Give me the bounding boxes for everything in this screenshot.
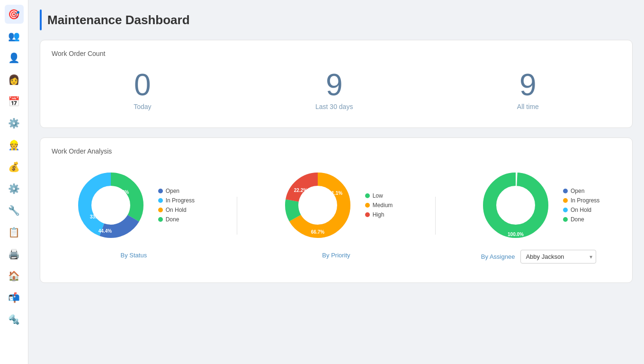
page-header: Maintenance Dashboard [40,9,633,30]
status-chart-and-legend: 22.2% 33.3% 44.4% Open In Progress [73,167,195,243]
sidebar-item-building[interactable]: 🏠 [5,266,24,285]
assignee-selector-row: By Assignee Abby Jackson [481,250,597,264]
assignee-donut-chart: 100.0% [478,167,554,243]
legend-dot-high [365,212,370,217]
legend-label-low: Low [373,192,383,199]
legend-label-inprogress: In Progress [166,197,195,204]
sidebar-item-team3[interactable]: 👩 [5,70,24,89]
assignee-select[interactable]: Abby Jackson [520,250,596,264]
legend-dot-assignee-open [563,189,568,193]
calendar-icon: 📅 [8,96,20,107]
sidebar-item-worker[interactable]: 👷 [5,136,24,155]
sidebar-item-reports[interactable]: 📋 [5,223,24,242]
count-last30-label: Last 30 days [315,103,353,110]
priority-chart-and-legend: 66.7% 11.1% 22.2% Low Medium [280,167,393,243]
status-legend: Open In Progress On Hold Done [158,188,195,223]
legend-item-onhold: On Hold [158,207,195,213]
legend-item-assignee-onhold: On Hold [563,207,599,213]
status-chart-label: By Status [121,252,147,259]
svg-text:44.4%: 44.4% [98,228,111,234]
legend-item-assignee-open: Open [563,188,599,194]
legend-dot-assignee-onhold [563,208,568,212]
legend-label-done: Done [166,216,179,223]
mail-icon: 📬 [8,292,20,303]
sidebar-item-tools[interactable]: 🔩 [5,310,24,329]
assignee-legend: Open In Progress On Hold Done [563,188,599,223]
reports-icon: 📋 [8,227,20,238]
work-order-analysis-title: Work Order Analysis [52,147,621,155]
legend-dot-assignee-done [563,217,568,222]
count-today: 0 Today [134,70,151,110]
legend-label-onhold: On Hold [166,207,187,213]
legend-label-assignee-onhold: On Hold [571,207,591,213]
count-alltime-label: All time [517,103,539,110]
team2-icon: 👤 [8,52,20,64]
svg-point-15 [490,179,542,231]
assignee-chart-and-legend: 100.0% Open In Progress On [478,167,599,243]
sidebar-item-calendar[interactable]: 📅 [5,92,24,111]
sidebar: 🎯 👥 👤 👩 📅 ⚙️ 👷 💰 ⚙️ 🔧 📋 🖨️ 🏠 📬 🔩 [0,0,28,364]
status-donut-chart: 22.2% 33.3% 44.4% [73,167,149,243]
svg-text:66.7%: 66.7% [311,229,324,235]
svg-text:33.3%: 33.3% [89,214,103,219]
legend-dot-onhold [158,208,163,212]
scanner-icon: 🖨️ [8,248,20,260]
legend-item-inprogress: In Progress [158,197,195,204]
page-title: Maintenance Dashboard [47,13,190,27]
sidebar-item-scanner[interactable]: 🖨️ [5,245,24,264]
dashboard-icon: 🎯 [8,9,20,20]
legend-dot-inprogress [158,198,163,203]
assignee-chart-label: By Assignee [481,253,515,260]
main-content: Maintenance Dashboard Work Order Count 0… [28,0,644,364]
settings2-icon: ⚙️ [8,183,20,194]
money-icon: 💰 [8,161,20,173]
sidebar-item-settings2[interactable]: ⚙️ [5,179,24,198]
assignee-select-wrapper[interactable]: Abby Jackson [520,250,596,264]
count-alltime-value: 9 [519,70,537,100]
sidebar-item-money[interactable]: 💰 [5,157,24,176]
count-today-value: 0 [134,70,151,100]
work-order-count-card: Work Order Count 0 Today 9 Last 30 days … [40,40,633,128]
chart-by-assignee: 100.0% Open In Progress On [478,167,599,264]
divider-2 [435,197,436,235]
sidebar-item-mail[interactable]: 📬 [5,288,24,307]
sidebar-item-team1[interactable]: 👥 [5,27,24,46]
legend-label-assignee-done: Done [571,216,584,223]
legend-dot-assignee-inprogress [563,198,568,203]
sidebar-item-settings1[interactable]: ⚙️ [5,114,24,133]
svg-text:22.2%: 22.2% [294,188,307,193]
chart-by-priority: 66.7% 11.1% 22.2% Low Medium [280,167,393,259]
priority-chart-label: By Priority [322,252,350,259]
priority-donut-chart: 66.7% 11.1% 22.2% [280,167,356,243]
count-last30-value: 9 [326,70,343,100]
legend-label-assignee-inprogress: In Progress [571,197,599,204]
team3-icon: 👩 [8,74,20,85]
sidebar-item-maintenance[interactable]: 🔧 [5,201,24,220]
work-order-analysis-card: Work Order Analysis [40,137,633,283]
legend-item-low: Low [365,192,393,199]
building-icon: 🏠 [8,270,20,282]
legend-label-open: Open [166,188,179,194]
sidebar-item-dashboard[interactable]: 🎯 [5,5,24,24]
legend-dot-medium [365,203,370,208]
count-last30: 9 Last 30 days [315,70,353,110]
count-today-label: Today [134,103,151,110]
count-alltime: 9 All time [517,70,539,110]
worker-icon: 👷 [8,139,20,151]
legend-label-assignee-open: Open [571,188,584,194]
chart-by-status: 22.2% 33.3% 44.4% Open In Progress [73,167,195,259]
legend-label-medium: Medium [373,202,393,209]
team1-icon: 👥 [8,30,20,42]
sidebar-item-team2[interactable]: 👤 [5,48,24,67]
analysis-row: 22.2% 33.3% 44.4% Open In Progress [52,163,621,273]
legend-item-open: Open [158,188,195,194]
svg-text:100.0%: 100.0% [508,232,524,237]
legend-item-high: High [365,211,393,218]
maintenance-icon: 🔧 [8,205,20,216]
settings1-icon: ⚙️ [8,118,20,129]
legend-dot-open [158,189,163,193]
legend-item-assignee-inprogress: In Progress [563,197,599,204]
legend-item-medium: Medium [365,202,393,209]
legend-dot-low [365,193,370,198]
count-row: 0 Today 9 Last 30 days 9 All time [52,65,621,118]
